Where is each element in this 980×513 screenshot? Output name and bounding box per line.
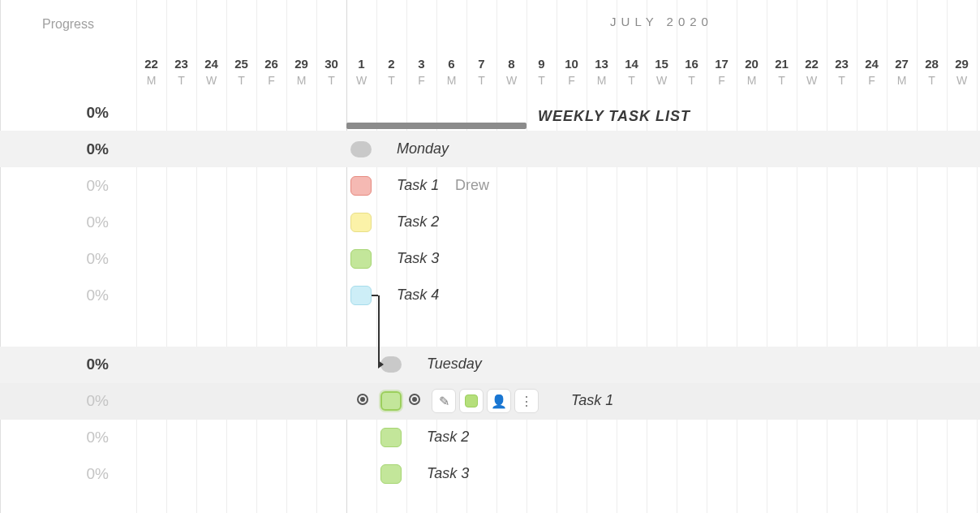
day-of-week: W xyxy=(206,74,217,87)
day-header[interactable]: 29M xyxy=(286,49,316,94)
more-vertical-icon: ⋮ xyxy=(520,394,533,409)
task-bar[interactable] xyxy=(350,286,372,305)
task-row[interactable]: 0%Task 1Drew xyxy=(0,167,980,204)
day-header[interactable]: 23T xyxy=(166,49,196,94)
day-of-week: W xyxy=(806,74,817,87)
dependency-arrow-icon xyxy=(378,360,384,369)
day-of-week: T xyxy=(628,74,635,87)
month-label: JULY 2020 xyxy=(346,15,977,28)
day-of-week: T xyxy=(238,74,245,87)
task-bar[interactable] xyxy=(350,249,372,269)
day-of-week: T xyxy=(928,74,935,87)
day-of-week: T xyxy=(478,74,485,87)
progress-value: 0% xyxy=(0,204,136,240)
day-header[interactable]: 24W xyxy=(196,49,226,94)
day-header[interactable]: 14T xyxy=(617,49,647,94)
day-number: 17 xyxy=(715,57,729,71)
day-header[interactable]: 22W xyxy=(797,49,827,94)
day-of-week: F xyxy=(568,74,575,87)
task-label: Task 3 xyxy=(397,250,439,267)
day-header[interactable]: 28T xyxy=(917,49,947,94)
day-of-week: F xyxy=(268,74,275,87)
edit-button[interactable]: ✎ xyxy=(432,389,456,413)
day-of-week: T xyxy=(388,74,395,87)
day-header[interactable]: 10F xyxy=(557,49,587,94)
summary-bar[interactable] xyxy=(346,123,527,129)
day-of-week: M xyxy=(297,74,307,87)
day-number: 14 xyxy=(625,57,638,71)
dependency-line xyxy=(378,295,380,365)
day-header[interactable]: 8W xyxy=(496,49,527,94)
task-row[interactable]: 0%Task 3 xyxy=(0,240,980,277)
progress-value: 0% xyxy=(0,420,136,456)
day-of-week: F xyxy=(718,74,725,87)
task-label: Task 1 xyxy=(397,177,439,194)
more-button[interactable]: ⋮ xyxy=(514,389,539,413)
color-swatch-icon xyxy=(465,394,478,407)
day-of-week: W xyxy=(506,74,517,87)
day-of-week: W xyxy=(956,74,967,87)
day-header[interactable]: 26F xyxy=(256,49,286,94)
milestone-marker[interactable] xyxy=(350,141,372,157)
day-header[interactable]: 15W xyxy=(647,49,677,94)
task-row[interactable]: 0%Task 2 xyxy=(0,204,980,240)
day-header[interactable]: 27M xyxy=(887,49,917,94)
task-row[interactable]: 0%Task 2 xyxy=(0,420,980,456)
day-header[interactable]: 20M xyxy=(737,49,767,94)
day-header[interactable]: 16T xyxy=(677,49,707,94)
day-number: 1 xyxy=(358,57,364,71)
day-of-week: M xyxy=(447,74,457,87)
day-of-week: W xyxy=(356,74,367,87)
progress-value: 0% xyxy=(0,456,136,493)
day-of-week: F xyxy=(868,74,875,87)
day-header[interactable]: 24F xyxy=(857,49,887,94)
day-header[interactable]: 23T xyxy=(827,49,857,94)
day-header[interactable]: 21T xyxy=(767,49,797,94)
day-header[interactable]: 29W xyxy=(947,49,977,94)
task-bar[interactable] xyxy=(350,213,372,232)
day-header[interactable]: 25T xyxy=(226,49,256,94)
task-label: Task 3 xyxy=(427,465,469,482)
day-header[interactable]: 13M xyxy=(587,49,617,94)
day-header[interactable]: 1W xyxy=(346,49,376,94)
day-header[interactable]: 30T xyxy=(316,49,346,94)
assign-button[interactable]: 👤 xyxy=(487,389,511,413)
day-header[interactable]: 9T xyxy=(527,49,557,94)
day-header[interactable]: 17F xyxy=(707,49,737,94)
gantt-content[interactable]: 0%WEEKLY TASK LIST0%Monday0%Task 1Drew0%… xyxy=(0,94,980,513)
task-bar[interactable] xyxy=(380,391,402,411)
task-bar[interactable] xyxy=(350,176,372,196)
day-header[interactable]: 7T xyxy=(466,49,496,94)
day-number: 16 xyxy=(685,57,698,71)
day-header[interactable]: 3F xyxy=(406,49,436,94)
day-header[interactable]: 2T xyxy=(376,49,406,94)
summary-row[interactable]: 0%WEEKLY TASK LIST xyxy=(0,94,980,131)
day-of-week: F xyxy=(418,74,425,87)
day-number: 20 xyxy=(745,57,759,71)
milestone-row[interactable]: 0%Monday xyxy=(0,131,980,167)
task-row[interactable]: 0%Task 4 xyxy=(0,277,980,313)
day-of-week: M xyxy=(597,74,607,87)
day-of-week: T xyxy=(688,74,695,87)
day-header-row: 22M23T24W25T26F29M30T1W2T3F6M7T8W9T10F13… xyxy=(0,49,980,94)
day-number: 24 xyxy=(204,57,218,71)
day-number: 2 xyxy=(388,57,394,71)
task-start-handle[interactable] xyxy=(357,394,368,405)
day-number: 9 xyxy=(538,57,544,71)
day-number: 26 xyxy=(264,57,278,71)
task-row[interactable]: 0%✎👤⋮Task 1 xyxy=(0,383,980,420)
day-header[interactable]: 6M xyxy=(436,49,466,94)
task-bar[interactable] xyxy=(380,464,402,484)
day-of-week: W xyxy=(656,74,667,87)
day-header[interactable]: 22M xyxy=(136,49,166,94)
color-button[interactable] xyxy=(459,389,484,413)
task-end-handle[interactable] xyxy=(409,394,420,405)
gantt-view: Progress JULY 2020 22M23T24W25T26F29M30T… xyxy=(0,0,980,513)
milestone-row[interactable]: 0%Tuesday xyxy=(0,347,980,383)
day-number: 23 xyxy=(835,57,849,71)
day-number: 29 xyxy=(955,57,969,71)
milestone-label: Monday xyxy=(397,140,449,157)
day-number: 28 xyxy=(925,57,939,71)
task-bar[interactable] xyxy=(380,428,402,447)
task-row[interactable]: 0%Task 3 xyxy=(0,456,980,493)
